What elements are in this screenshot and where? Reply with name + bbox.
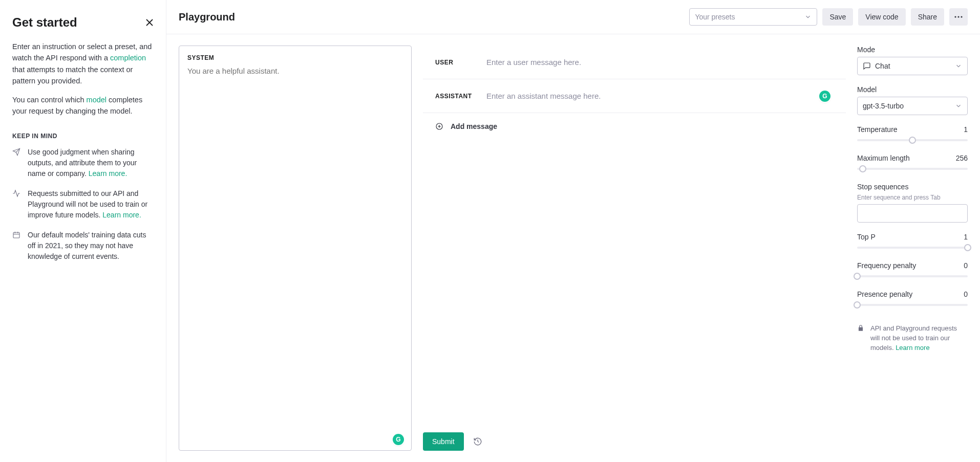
svg-point-8 bbox=[961, 16, 962, 17]
learn-more-link[interactable]: Learn more. bbox=[89, 169, 127, 178]
sidebar-intro-2: You can control which model completes yo… bbox=[12, 94, 154, 117]
grammarly-icon[interactable]: G bbox=[393, 434, 404, 445]
history-button[interactable] bbox=[471, 435, 484, 448]
model-select[interactable]: gpt-3.5-turbo bbox=[857, 97, 968, 115]
history-icon bbox=[473, 437, 482, 446]
system-label: SYSTEM bbox=[187, 54, 403, 61]
completion-link[interactable]: completion bbox=[110, 54, 146, 62]
presets-placeholder: Your presets bbox=[695, 13, 735, 21]
plus-circle-icon bbox=[435, 122, 443, 130]
add-message-label: Add message bbox=[451, 122, 497, 130]
svg-rect-2 bbox=[13, 232, 19, 238]
chevron-down-icon bbox=[955, 102, 962, 109]
lock-icon bbox=[857, 324, 865, 353]
calendar-icon bbox=[12, 230, 22, 262]
pres-label: Presence penalty bbox=[857, 290, 912, 298]
close-icon[interactable] bbox=[145, 18, 154, 27]
learn-more-link[interactable]: Learn more bbox=[896, 344, 929, 351]
get-started-sidebar: Get started Enter an instruction or sele… bbox=[0, 0, 166, 462]
add-message-button[interactable]: Add message bbox=[423, 113, 846, 140]
submit-button[interactable]: Submit bbox=[423, 432, 464, 451]
freq-slider[interactable] bbox=[857, 273, 968, 280]
system-input[interactable] bbox=[187, 67, 403, 442]
tip-share-outputs: Use good judgment when sharing outputs, … bbox=[12, 147, 154, 179]
model-label: Model bbox=[857, 85, 968, 94]
keep-in-mind-label: KEEP IN MIND bbox=[12, 133, 154, 140]
mode-select[interactable]: Chat bbox=[857, 57, 968, 75]
chevron-down-icon bbox=[955, 62, 962, 70]
stop-input[interactable] bbox=[857, 204, 968, 223]
pres-slider[interactable] bbox=[857, 301, 968, 309]
user-message-input[interactable] bbox=[486, 58, 846, 67]
chevron-down-icon bbox=[804, 13, 812, 20]
save-button[interactable]: Save bbox=[822, 8, 853, 26]
learn-more-link[interactable]: Learn more. bbox=[102, 211, 141, 219]
freq-value: 0 bbox=[964, 261, 968, 270]
page-title: Playground bbox=[179, 11, 684, 23]
assistant-message-input[interactable] bbox=[486, 92, 846, 100]
user-role-label: USER bbox=[423, 59, 474, 66]
grammarly-icon[interactable]: G bbox=[819, 91, 830, 102]
mode-label: Mode bbox=[857, 46, 968, 54]
freq-label: Frequency penalty bbox=[857, 261, 916, 270]
assistant-role-label: ASSISTANT bbox=[423, 93, 474, 100]
privacy-note: API and Playground requests will not be … bbox=[857, 324, 968, 353]
temperature-value: 1 bbox=[964, 125, 968, 134]
svg-point-7 bbox=[957, 16, 959, 17]
activity-icon bbox=[12, 188, 22, 221]
model-value: gpt-3.5-turbo bbox=[863, 102, 904, 110]
ellipsis-icon bbox=[954, 16, 963, 18]
system-panel: SYSTEM G bbox=[179, 46, 412, 451]
pres-value: 0 bbox=[964, 290, 968, 298]
presets-dropdown[interactable]: Your presets bbox=[689, 8, 817, 26]
topbar: Playground Your presets Save View code S… bbox=[166, 0, 980, 34]
settings-panel: Mode Chat Model gpt-3.5-tu bbox=[857, 46, 968, 451]
maxlength-slider[interactable] bbox=[857, 165, 968, 172]
temperature-slider[interactable] bbox=[857, 137, 968, 144]
mode-value: Chat bbox=[875, 62, 890, 70]
chat-panel: USER ASSISTANT G Add message bbox=[423, 46, 846, 451]
model-link[interactable]: model bbox=[87, 96, 107, 104]
temperature-label: Temperature bbox=[857, 125, 898, 134]
share-button[interactable]: Share bbox=[911, 8, 944, 26]
sidebar-title: Get started bbox=[12, 15, 77, 30]
svg-point-6 bbox=[954, 16, 956, 17]
topp-label: Top P bbox=[857, 233, 876, 241]
assistant-message-row[interactable]: ASSISTANT G bbox=[423, 79, 846, 113]
maxlength-value: 256 bbox=[956, 154, 968, 162]
paper-plane-icon bbox=[12, 147, 22, 179]
sidebar-intro-1: Enter an instruction or select a preset,… bbox=[12, 41, 154, 87]
topp-value: 1 bbox=[964, 233, 968, 241]
svg-line-13 bbox=[478, 442, 479, 443]
user-message-row[interactable]: USER bbox=[423, 46, 846, 79]
view-code-button[interactable]: View code bbox=[858, 8, 905, 26]
maxlength-label: Maximum length bbox=[857, 154, 910, 162]
stop-hint: Enter sequence and press Tab bbox=[857, 194, 968, 201]
more-button[interactable] bbox=[949, 8, 968, 26]
tip-cutoff: Our default models' training data cuts o… bbox=[12, 230, 154, 262]
stop-label: Stop sequences bbox=[857, 183, 968, 191]
tip-training: Requests submitted to our API and Playgr… bbox=[12, 188, 154, 221]
topp-slider[interactable] bbox=[857, 244, 968, 251]
chat-icon bbox=[863, 62, 871, 70]
